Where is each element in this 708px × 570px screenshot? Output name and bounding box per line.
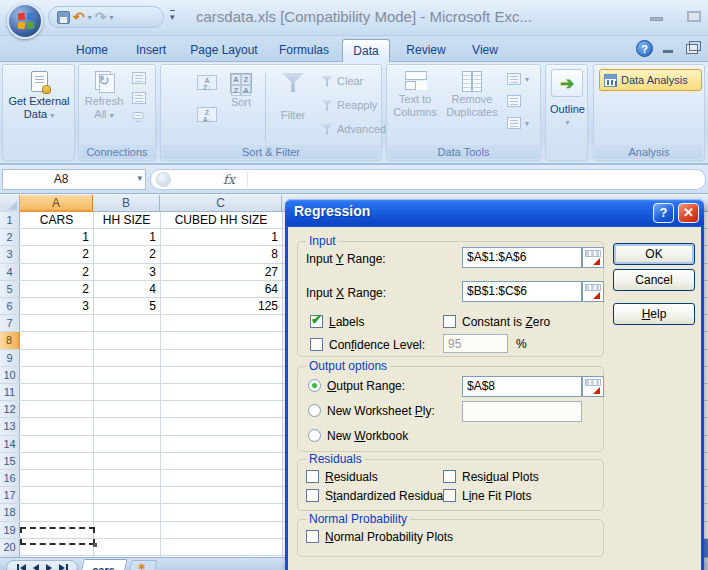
row-header-13[interactable]: 13 <box>0 418 20 434</box>
connections-group-label[interactable]: Connections <box>80 145 154 159</box>
cell[interactable]: 1 <box>20 229 93 245</box>
cancel-button[interactable]: Cancel <box>613 269 695 291</box>
tab-data[interactable]: Data <box>342 39 390 62</box>
sheet-tab-cars[interactable]: cars <box>80 559 127 570</box>
row-header-4[interactable]: 4 <box>0 264 20 280</box>
chevron-down-icon[interactable]: ▾ <box>525 119 529 128</box>
clear-button[interactable]: Clear <box>321 75 363 87</box>
input-x-range-field[interactable]: $B$1:$C$6 <box>462 281 582 302</box>
row-header-8[interactable]: 8 <box>0 332 20 348</box>
sort-descending-icon[interactable]: ZA↓ <box>197 107 217 122</box>
tab-review[interactable]: Review <box>398 39 454 62</box>
advanced-button[interactable]: Advanced <box>321 123 386 135</box>
confidence-level-field[interactable]: 95 <box>443 334 508 353</box>
chevron-down-icon[interactable]: ▾ <box>525 75 529 84</box>
tab-insert[interactable]: Insert <box>126 39 176 62</box>
output-range-label[interactable]: Output Range: <box>327 379 405 393</box>
select-all-button[interactable] <box>0 195 20 212</box>
filter-button[interactable]: Filter <box>273 73 313 122</box>
line-fit-plots-checkbox[interactable] <box>443 489 456 502</box>
dialog-help-button[interactable]: ? <box>653 203 674 223</box>
cell[interactable]: CARS <box>20 212 93 228</box>
cell[interactable]: 125 <box>160 298 282 314</box>
row-header-15[interactable]: 15 <box>0 453 20 469</box>
tab-view[interactable]: View <box>462 39 508 62</box>
residual-plots-checkbox[interactable] <box>443 470 456 483</box>
redo-dropdown-icon[interactable]: ▾ <box>109 13 113 22</box>
residuals-checkbox[interactable] <box>306 470 319 483</box>
connection-properties-icon[interactable] <box>132 72 146 84</box>
new-worksheet-field[interactable] <box>462 401 582 422</box>
undo-dropdown-icon[interactable]: ▾ <box>88 13 92 22</box>
cell[interactable]: 3 <box>93 264 160 280</box>
outline-button[interactable]: ➔ <box>551 69 583 97</box>
new-workbook-radio[interactable] <box>308 429 321 442</box>
row-header-12[interactable]: 12 <box>0 401 20 417</box>
row-header-3[interactable]: 3 <box>0 246 20 262</box>
cell[interactable]: 4 <box>93 281 160 297</box>
normal-probability-plots-checkbox[interactable] <box>306 530 319 543</box>
sort-button[interactable]: AZZA Sort <box>223 73 259 109</box>
formula-input[interactable] <box>251 170 701 189</box>
constant-zero-checkbox[interactable] <box>443 315 456 328</box>
tab-formulas[interactable]: Formulas <box>272 39 336 62</box>
analysis-group-label[interactable]: Analysis <box>595 145 703 159</box>
row-header-17[interactable]: 17 <box>0 487 20 503</box>
cell[interactable]: 27 <box>160 264 282 280</box>
first-sheet-icon[interactable] <box>17 564 26 570</box>
output-range-field[interactable]: $A$8 <box>462 376 582 397</box>
cell[interactable]: 8 <box>160 246 282 262</box>
help-icon[interactable]: ? <box>636 40 653 57</box>
name-box[interactable]: A8 ▾ <box>2 169 146 190</box>
labels-checkbox[interactable]: ✔ <box>310 315 323 328</box>
row-header-20[interactable]: 20 <box>0 539 20 555</box>
new-worksheet-label[interactable]: New Worksheet Ply: <box>327 404 435 418</box>
confidence-level-checkbox[interactable] <box>310 338 323 351</box>
maximize-button[interactable] <box>687 11 701 22</box>
x-range-picker-icon[interactable] <box>582 281 604 302</box>
customize-qat-icon[interactable]: ▾ <box>170 10 175 23</box>
office-button[interactable] <box>7 3 43 39</box>
row-header-18[interactable]: 18 <box>0 504 20 520</box>
new-worksheet-radio[interactable] <box>308 404 321 417</box>
ribbon-restore-icon[interactable] <box>686 44 698 54</box>
column-header-b[interactable]: B <box>93 195 160 212</box>
edit-links-icon[interactable] <box>132 92 146 104</box>
row-header-19[interactable]: 19 <box>0 522 20 538</box>
tab-home[interactable]: Home <box>66 39 118 62</box>
standardized-residuals-checkbox[interactable] <box>306 489 319 502</box>
cell[interactable]: 1 <box>160 229 282 245</box>
cell[interactable]: 2 <box>20 264 93 280</box>
y-range-picker-icon[interactable] <box>582 247 604 268</box>
data-validation-icon[interactable] <box>507 73 521 85</box>
row-header-9[interactable]: 9 <box>0 350 20 366</box>
sort-filter-group-label[interactable]: Sort & Filter <box>162 145 380 159</box>
row-header-2[interactable]: 2 <box>0 229 20 245</box>
cell[interactable]: 3 <box>20 298 93 314</box>
ribbon-minimize-icon[interactable] <box>663 50 673 53</box>
output-range-radio[interactable] <box>308 379 321 392</box>
cell[interactable]: 2 <box>20 281 93 297</box>
labels-label[interactable]: Labels <box>329 315 364 329</box>
cell[interactable]: 1 <box>93 229 160 245</box>
row-header-7[interactable]: 7 <box>0 315 20 331</box>
data-analysis-button[interactable]: Data Analysis <box>599 69 702 91</box>
cell[interactable]: CUBED HH SIZE <box>160 212 282 228</box>
constant-zero-label[interactable]: Constant is Zero <box>462 315 550 329</box>
row-header-1[interactable]: 1 <box>0 212 20 228</box>
standardized-residuals-label[interactable]: Standardized Residuals <box>325 489 452 503</box>
new-workbook-label[interactable]: New Workbook <box>327 429 408 443</box>
next-sheet-icon[interactable] <box>46 564 52 570</box>
cell[interactable]: 2 <box>93 246 160 262</box>
row-header-16[interactable]: 16 <box>0 470 20 486</box>
selected-cell-a8[interactable] <box>20 527 95 545</box>
help-button[interactable]: Help <box>613 303 695 325</box>
output-range-picker-icon[interactable] <box>582 376 604 397</box>
insert-worksheet-tab[interactable]: ✱ <box>129 560 158 570</box>
consolidate-icon[interactable] <box>507 95 521 107</box>
refresh-all-button[interactable]: ↻ Refresh All ▾ <box>82 71 126 122</box>
save-icon[interactable] <box>57 11 70 24</box>
sort-ascending-icon[interactable]: AZ↓ <box>197 75 217 90</box>
row-header-6[interactable]: 6 <box>0 298 20 314</box>
minimize-button[interactable] <box>650 17 663 21</box>
